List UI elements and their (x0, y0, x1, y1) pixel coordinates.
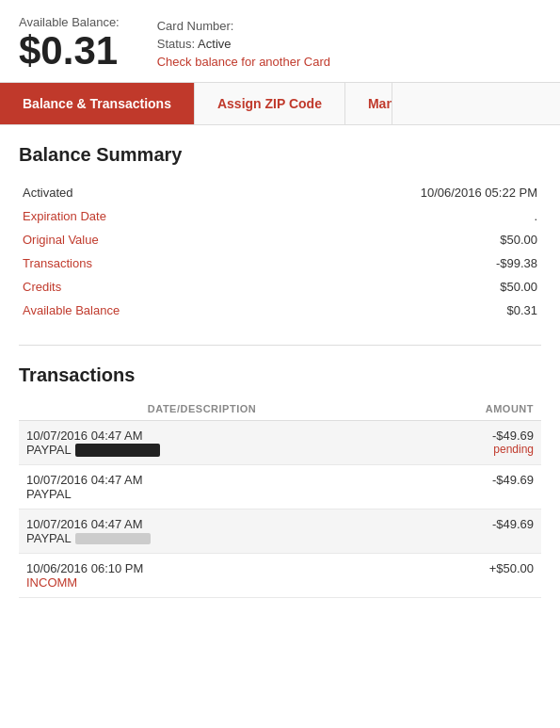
summary-row-activated: Activated 10/06/2016 05:22 PM (19, 181, 541, 204)
tx-merchant-4: INCOMM (26, 575, 377, 590)
tab-manage[interactable]: Man (345, 83, 392, 124)
summary-label-expiration: Expiration Date (19, 204, 280, 228)
tx-datetime-4: 10/06/2016 06:10 PM (26, 561, 377, 575)
tx-merchant-1: PAYPAL (26, 443, 377, 457)
tx-amount-cell-4: +$50.00 (385, 554, 541, 598)
balance-amount: $0.31 (19, 31, 120, 71)
balance-summary-title: Balance Summary (19, 144, 541, 166)
summary-value-credits: $50.00 (280, 275, 542, 299)
summary-value-original-value: $50.00 (280, 228, 542, 251)
summary-row-original-value: Original Value $50.00 (19, 228, 541, 251)
redacted-bar-1 (75, 444, 160, 457)
tx-description-3: 10/07/2016 04:47 AM PAYPAL (19, 510, 385, 554)
header-section: Available Balance: $0.31 Card Number: St… (0, 0, 560, 82)
summary-row-expiration: Expiration Date . (19, 204, 541, 228)
summary-label-available-balance: Available Balance (19, 299, 280, 322)
tab-assign-zip[interactable]: Assign ZIP Code (195, 83, 345, 124)
available-balance-label: Available Balance: (19, 15, 120, 29)
summary-label-activated: Activated (19, 181, 280, 204)
transactions-title: Transactions (19, 364, 541, 386)
tx-description-1: 10/07/2016 04:47 AM PAYPAL (19, 421, 385, 465)
transactions-section: Transactions DATE/DESCRIPTION AMOUNT 10/… (19, 364, 541, 598)
tx-amount-4: +$50.00 (392, 561, 534, 575)
summary-label-credits: Credits (19, 275, 280, 299)
tx-amount-3: -$49.69 (392, 517, 534, 531)
content-section: Balance Summary Activated 10/06/2016 05:… (0, 125, 560, 617)
tx-merchant-link-4[interactable]: INCOMM (26, 575, 77, 590)
table-row: 10/06/2016 06:10 PM INCOMM +$50.00 (19, 554, 541, 598)
tx-merchant-3: PAYPAL (26, 531, 377, 545)
tx-pending-1: pending (392, 443, 534, 456)
table-row: 10/07/2016 04:47 AM PAYPAL -$49.69 (19, 510, 541, 554)
status-label: Status: (157, 37, 195, 51)
status-value: Active (198, 37, 231, 51)
status-line: Status: Active (157, 37, 330, 51)
summary-row-credits: Credits $50.00 (19, 275, 541, 299)
tx-amount-cell-3: -$49.69 (385, 510, 541, 554)
summary-label-transactions: Transactions (19, 251, 280, 275)
balance-summary-table: Activated 10/06/2016 05:22 PM Expiration… (19, 181, 541, 322)
summary-value-expiration: . (280, 204, 542, 228)
tx-datetime-3: 10/07/2016 04:47 AM (26, 517, 377, 531)
summary-value-transactions: -$99.38 (280, 251, 542, 275)
table-row: 10/07/2016 04:47 AM PAYPAL -$49.69 pendi… (19, 421, 541, 465)
tx-amount-1: -$49.69 (392, 429, 534, 443)
summary-row-transactions: Transactions -$99.38 (19, 251, 541, 275)
check-balance-link[interactable]: Check balance for another Card (157, 55, 330, 69)
tx-datetime-2: 10/07/2016 04:47 AM (26, 473, 377, 487)
divider (19, 345, 541, 346)
tx-merchant-2: PAYPAL (26, 487, 377, 501)
summary-row-available-balance: Available Balance $0.31 (19, 299, 541, 322)
tx-amount-cell-2: -$49.69 (385, 465, 541, 510)
tx-amount-2: -$49.69 (392, 473, 534, 487)
tx-description-2: 10/07/2016 04:47 AM PAYPAL (19, 465, 385, 510)
transactions-table: DATE/DESCRIPTION AMOUNT 10/07/2016 04:47… (19, 397, 541, 598)
tx-amount-cell-1: -$49.69 pending (385, 421, 541, 465)
tab-balance-transactions[interactable]: Balance & Transactions (0, 83, 195, 124)
transactions-header-row: DATE/DESCRIPTION AMOUNT (19, 397, 541, 421)
col-header-amount: AMOUNT (385, 397, 541, 421)
summary-value-activated: 10/06/2016 05:22 PM (280, 181, 542, 204)
summary-value-available-balance: $0.31 (280, 299, 542, 322)
tx-description-4: 10/06/2016 06:10 PM INCOMM (19, 554, 385, 598)
redacted-bar-light-3 (75, 533, 151, 544)
tabs-bar: Balance & Transactions Assign ZIP Code M… (0, 82, 560, 125)
card-info: Card Number: Status: Active Check balanc… (157, 15, 330, 69)
balance-left: Available Balance: $0.31 (19, 15, 120, 71)
table-row: 10/07/2016 04:47 AM PAYPAL -$49.69 (19, 465, 541, 510)
tx-datetime-1: 10/07/2016 04:47 AM (26, 429, 377, 443)
col-header-description: DATE/DESCRIPTION (19, 397, 385, 421)
card-number-label: Card Number: (157, 19, 330, 33)
summary-label-original-value: Original Value (19, 228, 280, 251)
